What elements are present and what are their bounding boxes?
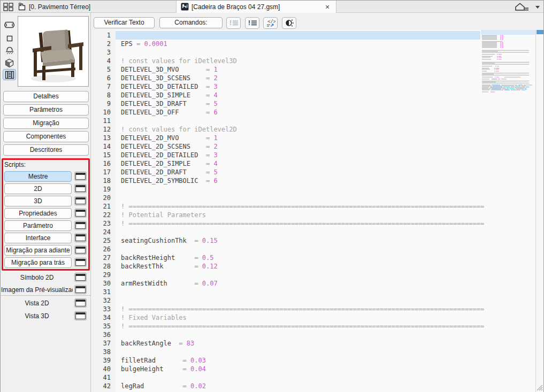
code-line[interactable]: ! ======================================… [116,305,480,313]
contrast-theme-button[interactable] [282,17,296,29]
script-button-2d[interactable]: 2D [4,183,72,194]
code-line[interactable] [116,330,480,339]
sidebar-button-detalhes[interactable]: Detalhes [3,91,89,102]
script-button-mestre[interactable]: Mestre [4,171,72,182]
code-line[interactable]: DETLEVEL_2D_DRAFT = 5 [116,168,480,176]
code-line[interactable] [116,185,480,194]
imagem-previsualizacao-item[interactable]: Imagem da Pré-visualização [1,285,73,295]
goto-subroutine-button[interactable]: </> [263,17,278,29]
code-line[interactable]: ! const values for iDetlevel2D [116,125,480,134]
code-token-op: = [190,91,213,99]
open-window-previsualizacao-button[interactable] [74,285,87,294]
script-button-parametro[interactable]: Parâmetro [4,220,72,231]
script-button-propriedades[interactable]: Propriedades [4,208,72,219]
code-line[interactable]: DETLEVEL_2D_SIMPLE = 4 [116,159,480,168]
verify-text-button[interactable]: Verificar Texto [94,17,155,28]
code-line[interactable] [116,288,480,296]
code-line[interactable] [116,245,480,253]
code-line[interactable]: ! Fixed Variables [116,313,480,322]
code-line[interactable] [116,194,480,202]
code-line[interactable] [116,373,480,382]
code-line[interactable]: bulgeHeight = 0.04 [116,365,480,373]
vista-3d-item[interactable]: Vista 3D [1,311,73,321]
marquee-2d-icon[interactable] [3,19,16,30]
code-line[interactable]: backRestHeight = 0.5 [116,253,480,262]
code-text-area[interactable]: EPS = 0.0001! const values for iDetlevel… [116,30,480,392]
gdl-script-editor[interactable]: 1234567891011121314151617181920212223242… [91,30,543,392]
sidebar-button-descritores[interactable]: Descritores [3,144,89,156]
chevron-down-icon[interactable] [535,5,540,9]
warnings-list-light-button[interactable]: ! [226,17,241,29]
warnings-list-dark-button[interactable]: ! [245,17,259,29]
open-window-propriedades-button[interactable] [74,209,87,218]
code-line[interactable]: DETLEVEL_3D_DRAFT = 5 [116,99,480,108]
code-line[interactable]: DETLEVEL_3D_SIMPLE = 4 [116,91,480,99]
open-window-migracao-adiante-button[interactable] [74,245,87,255]
open-window-vista-3d-button[interactable] [74,311,87,320]
open-window-2d-button[interactable] [74,184,87,193]
code-line[interactable]: DETLEVEL_3D_OFF = 6 [116,108,480,117]
code-minimap[interactable] [481,30,535,392]
preview-filmstrip-icon[interactable] [3,69,16,80]
code-line[interactable]: armRestWidth = 0.07 [116,279,480,288]
code-line[interactable]: DETLEVEL_2D_DETAILED = 3 [116,151,480,159]
code-line[interactable]: ! ======================================… [116,219,480,228]
code-line[interactable]: backRestThk = 0.12 [116,262,480,271]
code-line[interactable] [116,117,480,125]
code-token-num: 0.5 [202,254,214,262]
quad-view-icon[interactable] [3,3,13,11]
code-line[interactable]: ! const values for iDetlevel3D [116,57,480,65]
vista-2d-item[interactable]: Vista 2D [1,298,73,308]
code-line[interactable]: DETLEVEL_3D_MVO = 1 [116,65,480,74]
cube-3d-icon[interactable] [3,57,16,68]
open-window-migracao-tras-button[interactable] [74,258,87,267]
code-line[interactable]: DETLEVEL_2D_MVO = 1 [116,134,480,142]
tab-floor-plan[interactable]: [0. Pavimento Térreo] [13,1,95,13]
code-line[interactable] [116,228,480,236]
symbol-box-icon[interactable] [3,33,16,44]
script-button-migracao-tras[interactable]: Migração para trás [4,257,72,268]
code-line[interactable]: DETLEVEL_3D_DETAILED = 3 [116,82,480,91]
open-window-simbolo-2d-button[interactable] [74,273,87,282]
simbolo-2d-item[interactable]: Símbolo 2D [1,273,73,282]
code-line[interactable]: seatingCushionThk = 0.15 [116,236,480,245]
commands-button[interactable]: Comandos: [159,17,223,28]
script-button-interface[interactable]: Interface [4,233,72,243]
scrollbar-thumb[interactable] [537,30,543,34]
code-line[interactable]: DETLEVEL_2D_SCSENS = 2 [116,142,480,151]
sidebar-button-parametros[interactable]: Parâmetros [3,104,89,116]
code-line[interactable]: legRad = 0.02 [116,382,480,390]
code-line[interactable]: DETLEVEL_3D_SCSENS = 2 [116,74,480,82]
code-line[interactable] [116,48,480,57]
sidebar-button-migracao[interactable]: Migração [3,118,89,129]
script-button-3d[interactable]: 3D [4,196,72,206]
open-window-mestre-button[interactable] [74,172,87,181]
code-line[interactable]: backRestAngle = 83 [116,339,480,348]
code-line[interactable] [116,348,480,356]
tab-close-icon[interactable]: × [323,3,332,11]
window-resize-grip[interactable] [535,383,543,391]
pop-up-navigator-icon[interactable] [514,2,530,12]
open-window-interface-button[interactable] [74,233,87,242]
sidebar-button-componentes[interactable]: Componentes [3,131,89,142]
open-window-parametro-button[interactable] [74,221,87,230]
code-line[interactable]: filletRad = 0.03 [116,356,480,365]
vertical-scrollbar[interactable] [535,30,543,392]
code-line[interactable] [116,271,480,279]
open-window-3d-button[interactable] [74,196,87,205]
code-token-num: 6 [213,177,217,185]
code-line[interactable]: ! ======================================… [116,322,480,330]
code-line[interactable]: DETLEVEL_2D_SYMBOLIC = 6 [116,176,480,185]
code-token-id: DETLEVEL_2D_MVO [121,134,179,142]
code-line[interactable]: ! ======================================… [116,202,480,211]
code-line[interactable]: ! Potential Parameters [116,211,480,219]
section-stamp-icon[interactable] [3,45,16,56]
code-line[interactable]: EPS = 0.0001 [116,40,480,48]
open-window-vista-2d-button[interactable] [74,298,87,308]
tab-gsm-object[interactable]: [Cadeira de Braços 04 27.gsm] × [176,1,336,13]
code-token-op: = [175,254,202,262]
code-line[interactable] [116,296,480,305]
script-button-migracao-adiante[interactable]: Migração para adiante [4,245,72,256]
minimap-viewport-indicator[interactable] [481,30,535,35]
code-line[interactable] [116,31,480,40]
